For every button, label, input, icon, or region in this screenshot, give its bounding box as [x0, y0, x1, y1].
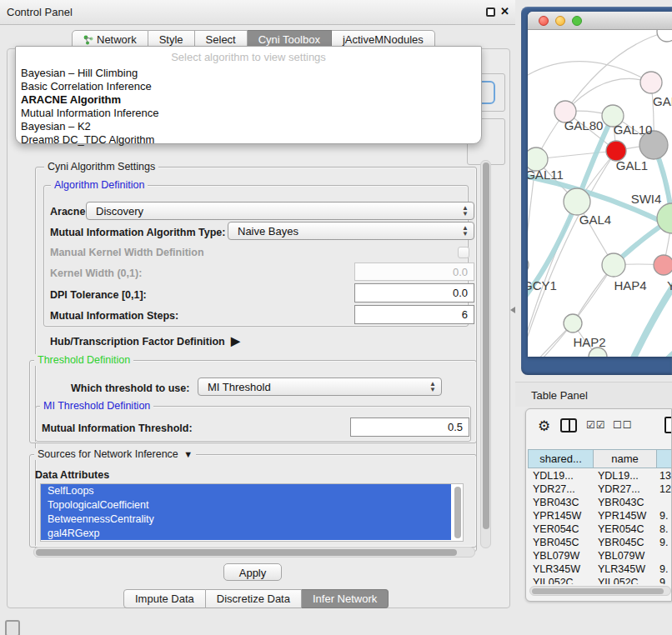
- node-y-partial[interactable]: [654, 255, 672, 275]
- table-cell[interactable]: YDR27...: [533, 483, 591, 498]
- table-cell[interactable]: YBL079W: [598, 550, 654, 564]
- mi-steps-field[interactable]: 6: [354, 305, 474, 324]
- table-cell[interactable]: YBL079W: [533, 550, 591, 564]
- list-item[interactable]: gal4RGexp: [41, 527, 451, 540]
- kernel-width-field[interactable]: 0.0: [354, 262, 474, 281]
- node-label-hap4: HAP4: [614, 278, 646, 292]
- aracne-mode-value: Discovery: [96, 205, 143, 218]
- float-window-icon[interactable]: [486, 8, 495, 17]
- node-partial-top[interactable]: [657, 30, 672, 42]
- list-item[interactable]: TopologicalCoefficient: [41, 498, 451, 512]
- table-cell[interactable]: YBR043C: [533, 497, 591, 511]
- table-cell[interactable]: YDR27...: [598, 483, 654, 498]
- gear-icon[interactable]: ⚙: [538, 418, 550, 435]
- hub-definition-label: Hub/Transcription Factor Definition: [50, 336, 225, 348]
- column-header-name[interactable]: name: [593, 449, 656, 468]
- table-cell[interactable]: [659, 497, 672, 511]
- dpi-tolerance-field[interactable]: 0.0: [354, 283, 474, 302]
- algorithm-option[interactable]: Bayesian – Hill Climbing: [16, 67, 481, 80]
- network-canvas[interactable]: GAL GAL80 GAL10 GAL1 GAL11 SWI4 GAL4 GCY…: [528, 30, 672, 357]
- table-cell[interactable]: 13: [659, 470, 672, 484]
- close-icon[interactable]: ✕: [500, 5, 509, 18]
- dock-button[interactable]: [5, 620, 20, 635]
- which-threshold-combo[interactable]: MI Threshold ▲▼: [198, 378, 442, 396]
- table-cell[interactable]: YBR045C: [598, 537, 654, 551]
- close-button[interactable]: [539, 16, 549, 26]
- node-gal4[interactable]: [564, 188, 590, 215]
- mi-threshold-label: Mutual Information Threshold:: [42, 422, 193, 434]
- settings-vertical-scrollbar[interactable]: [480, 160, 491, 548]
- table-cell[interactable]: YPR145W: [598, 510, 654, 524]
- list-item[interactable]: SelfLoops: [41, 484, 451, 498]
- table-cell[interactable]: 9.: [659, 510, 672, 524]
- node-hap4[interactable]: [602, 253, 625, 277]
- table-cell[interactable]: YLR345W: [598, 563, 654, 578]
- table-cell[interactable]: YDL19...: [533, 470, 591, 484]
- deselect-all-checks-icon[interactable]: ☐☐: [613, 419, 633, 431]
- cyni-bottom-tabs: Impute Data Discretize Data Infer Networ…: [123, 589, 389, 608]
- tab-impute-data[interactable]: Impute Data: [123, 589, 206, 608]
- tab-discretize-data[interactable]: Discretize Data: [206, 589, 302, 608]
- node-label-gal1: GAL1: [616, 158, 648, 172]
- table-cell[interactable]: YLR345W: [533, 563, 591, 578]
- settings-horizontal-scrollbar[interactable]: [33, 547, 475, 558]
- network-window[interactable]: GAL GAL80 GAL10 GAL1 GAL11 SWI4 GAL4 GCY…: [528, 12, 672, 357]
- algorithm-option-selected[interactable]: ARACNE Algorithm: [16, 93, 481, 107]
- manual-kernel-label: Manual Kernel Width Definition: [50, 247, 204, 258]
- select-all-checks-icon[interactable]: ☑☑: [586, 419, 606, 431]
- column-layout-icon[interactable]: [560, 418, 577, 432]
- mi-type-label: Mutual Information Algorithm Type:: [50, 227, 225, 238]
- kernel-width-label: Kernel Width (0,1):: [50, 268, 142, 279]
- table-cell[interactable]: YIL052C: [598, 577, 654, 584]
- chevron-right-icon: ▶: [228, 334, 240, 348]
- apply-button[interactable]: Apply: [223, 563, 282, 581]
- table-cell[interactable]: YER054C: [598, 523, 654, 538]
- hub-definition-toggle[interactable]: Hub/Transcription Factor Definition ▶: [50, 334, 240, 348]
- list-item[interactable]: BetweennessCentrality: [41, 512, 451, 527]
- mi-threshold-title: MI Threshold Definition: [40, 400, 153, 412]
- algorithm-option[interactable]: Mutual Information Inference: [16, 107, 481, 120]
- minimize-button[interactable]: [555, 16, 565, 26]
- table-cell[interactable]: 12: [659, 483, 672, 498]
- table-panel-titlebar: Table Panel: [515, 382, 672, 407]
- node-label-gal10: GAL10: [614, 122, 653, 137]
- table-cell[interactable]: 9.: [659, 563, 672, 578]
- table-cell[interactable]: YPR145W: [533, 510, 591, 524]
- node-hap2[interactable]: [564, 314, 582, 332]
- node-gcy1[interactable]: [528, 255, 529, 275]
- table-cell[interactable]: YDL19...: [598, 470, 654, 484]
- new-file-icon[interactable]: [664, 417, 672, 433]
- spinner-icon: ▲▼: [429, 381, 436, 392]
- mi-threshold-field[interactable]: 0.5: [350, 418, 469, 437]
- algorithm-option[interactable]: Bayesian – K2: [16, 120, 481, 133]
- mi-type-combo[interactable]: Naive Bayes ▲▼: [228, 222, 474, 240]
- mi-steps-label: Mutual Information Steps:: [50, 310, 178, 322]
- node-label-gcy1: GCY1: [528, 278, 557, 292]
- column-header-shared-name[interactable]: shared...: [528, 449, 593, 468]
- splitpane-collapse-arrow[interactable]: [510, 307, 515, 313]
- data-attributes-label: Data Attributes: [35, 469, 109, 481]
- aracne-mode-combo[interactable]: Discovery ▲▼: [86, 202, 474, 220]
- sources-title-toggle[interactable]: Sources for Network Inference ▼: [34, 448, 196, 460]
- table-horizontal-scrollbar[interactable]: [529, 586, 671, 596]
- table-cell[interactable]: 9: [659, 577, 672, 584]
- zoom-button[interactable]: [572, 16, 582, 26]
- tab-infer-network[interactable]: Infer Network: [302, 589, 389, 608]
- table-cell[interactable]: 8.: [659, 523, 672, 538]
- table-cell[interactable]: YER054C: [533, 523, 591, 538]
- network-window-titlebar[interactable]: [528, 12, 672, 30]
- table-cell[interactable]: 9.: [659, 537, 672, 551]
- table-cell[interactable]: [659, 550, 672, 564]
- table-cell[interactable]: YIL052C: [533, 577, 591, 584]
- node-gal-partial[interactable]: [640, 72, 662, 93]
- manual-kernel-checkbox[interactable]: [458, 247, 469, 258]
- table-cell[interactable]: YBR043C: [598, 497, 654, 511]
- algorithm-option[interactable]: Basic Correlation Inference: [16, 80, 481, 93]
- mi-type-value: Naive Bayes: [238, 225, 298, 238]
- list-vertical-scrollbar[interactable]: [454, 487, 461, 538]
- node-label-gal4: GAL4: [579, 212, 611, 227]
- column-header-partial[interactable]: [656, 449, 672, 468]
- algorithm-option[interactable]: Dream8 DC_TDC Algorithm: [16, 133, 481, 147]
- table-cell[interactable]: YBR045C: [533, 537, 591, 551]
- data-attributes-list[interactable]: SelfLoops TopologicalCoefficient Between…: [40, 483, 464, 542]
